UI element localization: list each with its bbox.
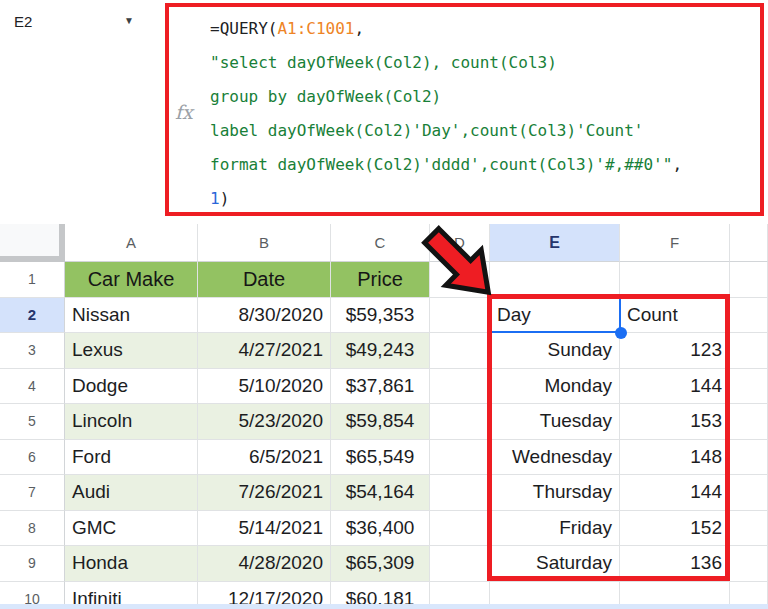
row-header-6[interactable]: 6 <box>0 440 65 476</box>
formula-line-5: format dayOfWeek(Col2)'dddd',count(Col3)… <box>210 148 760 182</box>
formula-line-3: group by dayOfWeek(Col2) <box>210 80 760 114</box>
col-header-b[interactable]: B <box>198 224 331 262</box>
cell[interactable]: $65,549 <box>331 440 430 476</box>
cell[interactable]: $65,309 <box>331 546 430 582</box>
cell[interactable] <box>430 404 490 440</box>
cell[interactable]: $54,164 <box>331 475 430 511</box>
formula-line-1: =QUERY(A1:C1001, <box>210 12 760 46</box>
cell[interactable] <box>620 262 730 298</box>
cell[interactable]: GMC <box>65 511 198 547</box>
col-header-extra[interactable] <box>730 224 768 262</box>
cell[interactable]: 4/28/2020 <box>198 546 331 582</box>
cell[interactable]: 5/23/2020 <box>198 404 331 440</box>
row-header-3[interactable]: 3 <box>0 333 65 369</box>
formula-range: A1:C1001 <box>277 19 354 38</box>
row-header-5[interactable]: 5 <box>0 404 65 440</box>
fx-icon: fx <box>175 101 193 123</box>
cell[interactable]: Lexus <box>65 333 198 369</box>
result-annotation-red-box <box>487 294 730 581</box>
cell[interactable]: $37,861 <box>331 369 430 405</box>
cell[interactable] <box>730 298 768 334</box>
cell[interactable] <box>730 546 768 582</box>
formula-comma: , <box>672 155 682 174</box>
cell[interactable] <box>730 333 768 369</box>
cell-car-make-header[interactable]: Car Make <box>65 262 198 298</box>
row-header-7[interactable]: 7 <box>0 475 65 511</box>
cell[interactable] <box>430 333 490 369</box>
formula-bar[interactable]: fx =QUERY(A1:C1001, "select dayOfWeek(Co… <box>165 3 764 216</box>
cell[interactable]: 8/30/2020 <box>198 298 331 334</box>
row-header-9[interactable]: 9 <box>0 546 65 582</box>
cell[interactable]: Dodge <box>65 369 198 405</box>
row-header-8[interactable]: 8 <box>0 511 65 547</box>
cell[interactable]: $49,243 <box>331 333 430 369</box>
cell[interactable] <box>430 546 490 582</box>
cell[interactable]: $36,400 <box>331 511 430 547</box>
name-box-dropdown-icon[interactable]: ▼ <box>124 15 134 26</box>
row-header-4[interactable]: 4 <box>0 369 65 405</box>
cell[interactable] <box>430 511 490 547</box>
formula-comma: , <box>355 19 365 38</box>
formula-line-4: label dayOfWeek(Col2)'Day',count(Col3)'C… <box>210 114 760 148</box>
red-arrow-icon <box>410 214 510 314</box>
cell[interactable] <box>430 369 490 405</box>
cell[interactable] <box>730 440 768 476</box>
cell[interactable]: 7/26/2021 <box>198 475 331 511</box>
cell-date-header[interactable]: Date <box>198 262 331 298</box>
cell[interactable]: 6/5/2021 <box>198 440 331 476</box>
col-header-a[interactable]: A <box>65 224 198 262</box>
cell[interactable] <box>430 440 490 476</box>
row-header-1[interactable]: 1 <box>0 262 65 298</box>
cell[interactable]: 5/10/2020 <box>198 369 331 405</box>
cell[interactable]: Nissan <box>65 298 198 334</box>
cell[interactable] <box>430 475 490 511</box>
cell[interactable] <box>730 262 768 298</box>
formula-string: format dayOfWeek(Col2)'dddd',count(Col3)… <box>210 155 672 174</box>
cell[interactable]: 5/14/2021 <box>198 511 331 547</box>
formula-line-2: "select dayOfWeek(Col2), count(Col3) <box>210 46 760 80</box>
formula-text: =QUERY(A1:C1001, "select dayOfWeek(Col2)… <box>169 7 760 216</box>
cell[interactable]: $59,854 <box>331 404 430 440</box>
cell[interactable]: Lincoln <box>65 404 198 440</box>
cell[interactable]: Audi <box>65 475 198 511</box>
cell[interactable]: Ford <box>65 440 198 476</box>
cell[interactable] <box>730 475 768 511</box>
select-all-corner[interactable] <box>0 224 65 262</box>
formula-paren: ) <box>220 189 230 208</box>
cell[interactable] <box>730 404 768 440</box>
cell[interactable] <box>730 369 768 405</box>
formula-fn: =QUERY( <box>210 19 277 38</box>
bottom-edge-strip <box>0 604 768 609</box>
cell[interactable]: 4/27/2021 <box>198 333 331 369</box>
cell[interactable]: Honda <box>65 546 198 582</box>
col-header-f[interactable]: F <box>620 224 730 262</box>
cell[interactable] <box>730 511 768 547</box>
name-box[interactable]: E2 <box>14 13 32 30</box>
formula-line-6: 1) <box>210 182 760 216</box>
row-header-2-selected[interactable]: 2 <box>0 298 65 334</box>
formula-number: 1 <box>210 189 220 208</box>
